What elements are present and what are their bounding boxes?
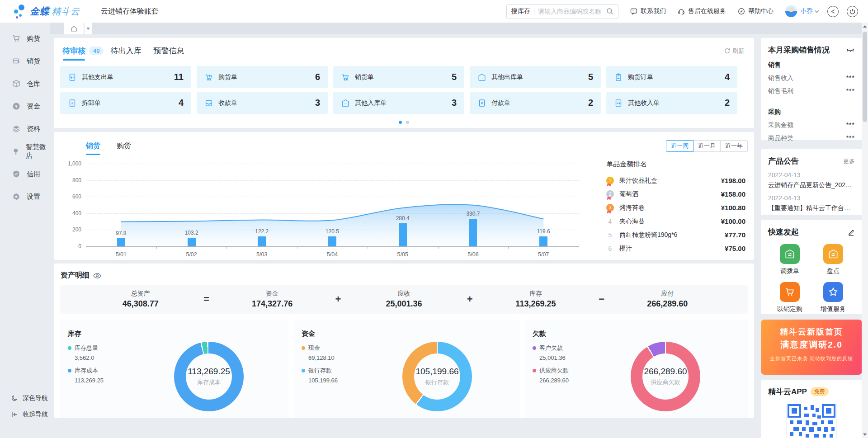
axis-tick	[438, 246, 439, 249]
x-axis-label: 5/02	[174, 251, 210, 258]
inventory-donut-chart: 113,269.25库存成本	[174, 342, 244, 411]
todo-card-doc-hash[interactable]: #拆卸单4	[60, 92, 191, 114]
todo-card-label: 付款单	[491, 99, 510, 107]
sidebar-item-sales[interactable]: 销货	[0, 50, 50, 72]
refresh-button[interactable]: 刷新	[724, 47, 744, 55]
todo-card-doc-in[interactable]: «¥其他收入单2	[606, 92, 737, 114]
scroll-down-button[interactable]	[862, 431, 868, 438]
sidebar-footer: 深色导航 收起导航	[0, 390, 50, 423]
pagination-dot-active[interactable]	[399, 121, 402, 124]
user-avatar[interactable]	[785, 5, 797, 17]
page-scrollbar[interactable]	[862, 23, 868, 438]
product-amount: ¥198.00	[721, 177, 745, 184]
ranking-row[interactable]: 3 烤海苔卷 ¥100.80	[606, 203, 745, 212]
home-icon	[71, 25, 77, 32]
range-month-button[interactable]: 近一月	[693, 140, 721, 152]
todo-card-label: 收款单	[218, 99, 237, 107]
svg-text:#: #	[71, 101, 74, 105]
scrollbar-thumb[interactable]	[863, 32, 867, 122]
tab-pending-inout[interactable]: 待出入库	[110, 46, 141, 56]
logout-power-button[interactable]	[847, 6, 858, 17]
announcement-link[interactable]: 云进销存产品更新公告_20220...	[768, 181, 855, 189]
subpanel-title: 库存	[60, 320, 289, 338]
quick-value-added-service[interactable]: 增值服务	[821, 282, 846, 313]
banner-line1: 精斗云新版首页	[761, 326, 862, 337]
more-link[interactable]: 更多	[843, 157, 855, 165]
todo-card-doc-out[interactable]: ¥»其他支出单11	[60, 66, 191, 88]
ranking-row[interactable]: 2 葡萄酒 ¥158.00	[606, 190, 745, 198]
legend-dot	[302, 369, 305, 372]
tab-sales[interactable]: 销货	[86, 141, 100, 151]
collapse-nav-label: 收起导航	[23, 410, 48, 419]
svg-text:−: −	[345, 73, 347, 78]
after-sales-service-link[interactable]: 售后在线服务	[678, 7, 726, 15]
range-year-button[interactable]: 近一年	[720, 140, 748, 152]
todo-card-house-out[interactable]: →其他出库单5	[470, 66, 601, 88]
legend-dot	[302, 346, 305, 350]
x-axis-label: 5/01	[103, 251, 139, 258]
dark-nav-toggle[interactable]: 深色导航	[0, 390, 50, 406]
range-week-button[interactable]: 近一周	[666, 140, 693, 152]
bar-value-label: 97.8	[105, 230, 137, 236]
user-name[interactable]: 小乔	[800, 7, 813, 15]
product-name: 果汁饮品礼盒	[619, 177, 657, 185]
search-icon[interactable]	[606, 8, 613, 15]
clipboard-icon	[614, 73, 623, 82]
product-name: 烤海苔卷	[619, 204, 645, 212]
ranking-row[interactable]: 4 夹心海苔 ¥100.00	[606, 217, 745, 226]
axis-tick	[226, 246, 227, 249]
tab-pending-approval[interactable]: 待审核	[62, 46, 85, 56]
chevron-down-icon[interactable]	[815, 10, 819, 13]
bar-5/02	[188, 238, 196, 246]
eye-icon[interactable]	[93, 273, 101, 279]
pagination-dot[interactable]	[406, 121, 409, 124]
sidebar-item-data[interactable]: 资料	[0, 118, 50, 140]
legend-dot	[533, 369, 536, 372]
sidebar-item-settings[interactable]: 设置	[0, 185, 50, 208]
quick-transfer-order[interactable]: 调拨单	[780, 244, 800, 275]
back-button[interactable]	[827, 6, 839, 17]
collapse-nav-toggle[interactable]: 收起导航	[0, 406, 50, 423]
sidebar-item-purchase[interactable]: 购货	[0, 27, 50, 50]
ranking-row[interactable]: 1 果汁饮品礼盒 ¥198.00	[606, 176, 745, 185]
sidebar-item-credit[interactable]: 信用	[0, 163, 50, 185]
stat-row: 销售毛利***	[768, 87, 855, 95]
todo-card-house-in[interactable]: ←其他入库单3	[333, 92, 464, 114]
inventory-donut-panel: 库存 库存总量 3,562.0 库存成本 113,269.25 113,269.…	[60, 320, 289, 418]
todo-panel: 待审核 49 待出入库 预警信息 刷新 ¥»其他支出单11+购货单6−销货单5→…	[54, 38, 754, 128]
quick-stocktake[interactable]: 盘点	[823, 244, 843, 275]
tab-dropdown-button[interactable]	[85, 23, 92, 34]
todo-card-drawer[interactable]: 收款单3	[197, 92, 328, 114]
survey-banner[interactable]: 精斗云新版首页 满意度调研2.0 全新首页已来袭 期待收到您的反馈	[761, 320, 862, 375]
sidebar-item-funds[interactable]: ¥ 资金	[0, 95, 50, 118]
todo-card-cart-minus[interactable]: −销货单5	[333, 66, 464, 88]
quick-order-by-sales[interactable]: 以销定购	[777, 282, 802, 313]
inventory-search[interactable]: 搜库存	[506, 4, 618, 19]
tab-alerts[interactable]: 预警信息	[153, 46, 184, 56]
search-input[interactable]	[538, 8, 606, 15]
todo-card-cart-plus[interactable]: +购货单6	[197, 66, 328, 88]
todo-card-doc-yen[interactable]: ¥付款单2	[470, 92, 601, 114]
home-tab[interactable]	[64, 23, 84, 34]
ranking-row[interactable]: 5 西红柿意粉酱190g*6 ¥77.70	[606, 231, 745, 239]
gridline	[86, 164, 579, 164]
drawer-icon	[204, 99, 213, 108]
scroll-up-button[interactable]	[862, 23, 868, 30]
ranking-list: 1 果汁饮品礼盒 ¥198.00 2 葡萄酒 ¥158.00 3 烤海苔卷 ¥1…	[606, 176, 745, 253]
announcement-link[interactable]: 【重要通知】精斗云工作台域...	[768, 204, 855, 212]
edit-pencil-icon[interactable]	[848, 229, 855, 236]
sidebar-item-warehouse[interactable]: 仓库	[0, 72, 50, 95]
headset-icon	[678, 8, 685, 15]
help-center-link[interactable]: 帮助中心	[738, 7, 774, 15]
sidebar-item-smart-store[interactable]: 智慧微店	[0, 140, 50, 163]
todo-card-clipboard[interactable]: 购货订单4	[606, 66, 737, 88]
search-scope-label[interactable]: 搜库存	[511, 7, 530, 15]
eye-closed-icon[interactable]	[846, 47, 855, 53]
pending-approval-count-badge[interactable]: 49	[89, 47, 104, 55]
ranking-row[interactable]: 6 橙汁 ¥75.00	[606, 244, 745, 253]
svg-text:¥: ¥	[15, 104, 17, 108]
contact-us-link[interactable]: 联系我们	[630, 7, 666, 15]
product-name: 橙汁	[619, 245, 632, 253]
tab-purchase[interactable]: 购货	[117, 141, 131, 151]
axis-tick	[579, 246, 579, 249]
